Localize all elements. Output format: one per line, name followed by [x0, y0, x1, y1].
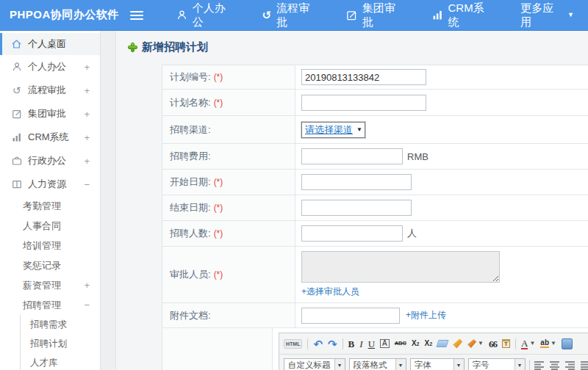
field-label: 审批人员:	[170, 268, 211, 281]
plan-name-input[interactable]	[301, 95, 426, 111]
strikethrough-button[interactable]: ABC	[395, 341, 406, 347]
select-caret-icon: ▼	[356, 126, 362, 133]
fee-unit-label: RMB	[407, 151, 429, 162]
field-label: 附件文档:	[170, 309, 211, 322]
collapse-minus-icon[interactable]: −	[84, 179, 90, 190]
fee-input[interactable]	[301, 148, 403, 164]
attachment-input[interactable]	[301, 308, 400, 324]
bold-button[interactable]: B	[348, 339, 355, 349]
recruit-submenu: 招聘需求 招聘计划 人才库	[20, 315, 100, 370]
undo-icon[interactable]: ↶	[313, 338, 323, 349]
html-source-button[interactable]: HTML	[284, 339, 302, 349]
menu-hamburger-icon[interactable]	[130, 11, 143, 20]
select-value: 自定义标题	[284, 359, 334, 370]
topnav-crm-system[interactable]: CRM系统	[418, 0, 507, 31]
expand-plus-icon[interactable]: +	[84, 85, 90, 96]
expand-plus-icon[interactable]: +	[84, 132, 90, 143]
font-color-button[interactable]: A▼	[521, 338, 535, 349]
superscript-button[interactable]: X2	[412, 340, 420, 347]
insert-image-icon[interactable]	[562, 338, 573, 349]
form-row-approvers: 审批人员: (*) +选择审批人员	[162, 247, 588, 303]
sidebar-item-crm[interactable]: CRM系统 +	[0, 126, 100, 149]
book-icon	[10, 179, 23, 190]
select-value: 字号	[469, 359, 514, 370]
format-painter-icon[interactable]: ▼	[467, 339, 484, 348]
expand-plus-icon[interactable]: +	[84, 62, 90, 73]
sidebar-item-recruit-demand[interactable]: 招聘需求	[21, 315, 100, 334]
align-justify-icon[interactable]	[580, 360, 588, 370]
page-title: 新增招聘计划	[128, 40, 208, 54]
redo-icon[interactable]: ↷	[328, 338, 337, 349]
headcount-input[interactable]	[301, 225, 403, 242]
user-icon	[176, 10, 187, 21]
expand-plus-icon[interactable]: +	[84, 156, 90, 167]
sidebar-item-reward-punish[interactable]: 奖惩记录	[0, 255, 100, 275]
sidebar-item-talent-pool[interactable]: 人才库	[21, 353, 100, 370]
align-left-icon[interactable]	[534, 360, 545, 370]
align-right-icon[interactable]	[564, 360, 576, 370]
sidebar-item-salary[interactable]: 薪资管理 +	[0, 275, 100, 295]
topnav-more-apps[interactable]: 更多应用 ▼	[506, 0, 588, 31]
clear-format-icon[interactable]	[453, 339, 462, 349]
sidebar-item-recruit-mgmt[interactable]: 招聘管理 −	[0, 295, 100, 315]
form-row-end-date: 结束日期: (*)	[162, 195, 588, 221]
paste-text-icon[interactable]: T	[502, 339, 510, 348]
sidebar-item-attendance[interactable]: 考勤管理	[0, 196, 100, 216]
topnav-workflow-approval[interactable]: ↺ 流程审批	[248, 0, 332, 31]
topnav-personal-office[interactable]: 个人办公	[162, 0, 248, 31]
eraser-icon[interactable]	[436, 340, 448, 347]
sidebar-item-workflow-approval[interactable]: ↺ 流程审批 +	[0, 79, 100, 102]
sidebar-gap	[101, 31, 116, 370]
sidebar-item-desktop[interactable]: 个人桌面	[0, 33, 100, 55]
font-border-button[interactable]: A	[380, 339, 390, 348]
start-date-input[interactable]	[301, 174, 412, 190]
sidebar-item-hr-contract[interactable]: 人事合同	[0, 216, 100, 236]
sidebar-item-hr[interactable]: 人力资源 −	[0, 173, 100, 196]
blockquote-button[interactable]: 66	[489, 339, 497, 349]
sidebar-item-label: 集团审批	[28, 107, 84, 120]
select-approvers-link[interactable]: +选择审批人员	[301, 286, 588, 298]
align-center-icon[interactable]	[549, 360, 561, 370]
topbar: PHPOA协同办公软件 个人办公 ↺ 流程审批 集团审批	[0, 0, 588, 31]
plan-no-input[interactable]	[301, 69, 426, 85]
field-label: 招聘渠道:	[170, 123, 211, 137]
approvers-textarea[interactable]	[301, 251, 500, 283]
highlight-color-button[interactable]: ab▼	[540, 339, 556, 348]
history-icon: ↺	[10, 85, 23, 96]
expand-plus-icon[interactable]: +	[84, 109, 90, 120]
topnav-group-approval[interactable]: 集团审批	[332, 0, 418, 31]
italic-button[interactable]: I	[359, 339, 362, 349]
page-title-text: 新增招聘计划	[142, 40, 208, 54]
sidebar-item-training[interactable]: 培训管理	[0, 236, 100, 255]
underline-button[interactable]: U	[368, 339, 375, 349]
paragraph-format-select[interactable]: 段落格式 ▼	[349, 358, 406, 370]
font-size-select[interactable]: 字号 ▼	[468, 358, 526, 370]
user-icon	[10, 62, 23, 73]
required-marker: (*)	[214, 228, 223, 239]
form-row-plan-name: 计划名称: (*)	[162, 90, 588, 116]
main-content: 新增招聘计划 计划编号: (*) 计划名称: (*) 招聘渠道:	[116, 31, 588, 370]
attachment-upload-link[interactable]: +附件上传	[406, 309, 446, 322]
sidebar-item-personal-office[interactable]: 个人办公 +	[0, 55, 100, 79]
sidebar-item-label: 流程审批	[28, 84, 84, 97]
font-family-select[interactable]: 字体 ▼	[410, 358, 465, 370]
sidebar-item-admin-office[interactable]: 行政办公 +	[0, 149, 100, 173]
sidebar-subitem-label: 考勤管理	[23, 200, 100, 213]
end-date-input[interactable]	[301, 200, 412, 216]
custom-heading-select[interactable]: 自定义标题 ▼	[284, 358, 345, 370]
home-icon	[10, 39, 23, 50]
briefcase-icon	[10, 156, 23, 167]
topnav-label: CRM系统	[448, 1, 493, 29]
recruit-plan-form: 计划编号: (*) 计划名称: (*) 招聘渠道: 请选择渠道 ▼	[162, 65, 588, 370]
expand-plus-icon[interactable]: +	[84, 280, 90, 291]
collapse-minus-icon[interactable]: −	[84, 300, 90, 311]
sidebar-item-recruit-plan[interactable]: 招聘计划	[21, 334, 100, 353]
form-row-headcount: 招聘人数: (*) 人	[162, 221, 588, 247]
channel-select[interactable]: 请选择渠道 ▼	[301, 122, 365, 138]
add-plus-icon	[128, 43, 137, 52]
rich-text-editor: HTML ↶ ↷ B I U A ABC X2	[279, 333, 588, 370]
editor-toolbar-row2: 自定义标题 ▼ 段落格式 ▼ 字体 ▼ 字号	[279, 355, 588, 370]
subscript-button[interactable]: X2	[425, 340, 433, 347]
top-nav: 个人办公 ↺ 流程审批 集团审批 CRM系统 更多应用 ▼	[162, 0, 588, 31]
sidebar-item-group-approval[interactable]: 集团审批 +	[0, 102, 100, 126]
